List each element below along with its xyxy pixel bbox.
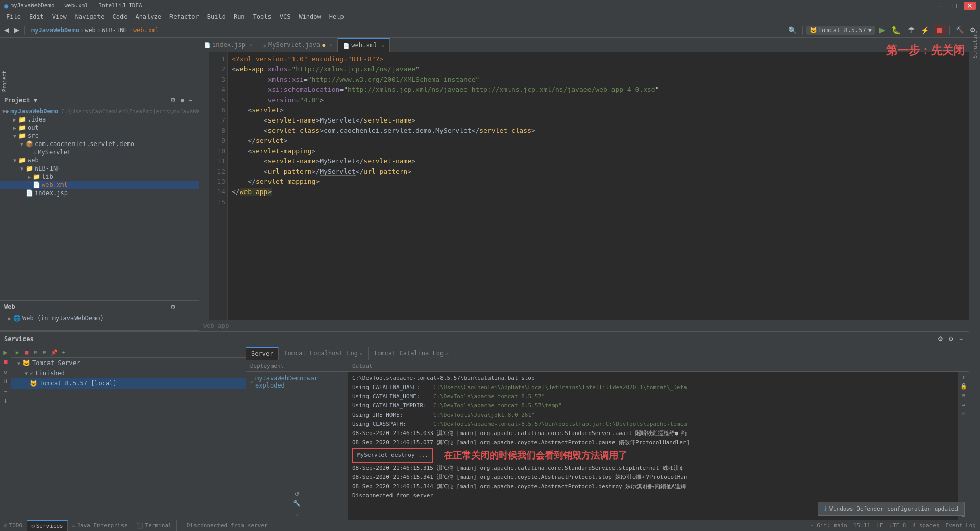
menu-view[interactable]: View [48,12,71,21]
svc-play-btn[interactable]: ▶ [2,348,10,356]
svc-tree-tomcat857[interactable]: 🐱 Tomcat 8.5.57 [local] [11,378,246,389]
breadcrumb-webxml[interactable]: web.xml [133,27,159,34]
svc-tree-group[interactable]: ⊞ [41,348,49,356]
web-minimize-btn[interactable]: − [187,303,194,311]
close-localhost-log[interactable]: ✕ [360,351,363,356]
print-btn[interactable]: 🖨 [960,409,968,418]
close-tab-indexjsp[interactable]: ✕ [250,42,253,48]
tab-server[interactable]: Server [246,347,279,360]
menu-edit[interactable]: Edit [25,12,48,21]
build-button[interactable]: 🔨 [953,25,966,35]
svc-step-btn[interactable]: → [2,387,10,395]
tree-item-idea[interactable]: ▶ 📁 .idea [0,115,199,124]
project-layout-btn[interactable]: ≡ [179,95,186,104]
svc-tree-add[interactable]: + [59,348,67,356]
code-area[interactable]: <?xml version="1.0" encoding="UTF-8"?> <… [228,52,980,320]
svc-tree-finished[interactable]: ▼ ✓ Finished [11,368,246,378]
deploy-update-btn[interactable]: ↺ [293,489,301,497]
project-tab-vertical[interactable]: Project [1,68,8,94]
breadcrumb-project[interactable]: myJavaWebDemo [31,27,79,34]
menu-code[interactable]: Code [109,12,132,21]
project-collapse-btn[interactable]: − [187,95,194,104]
run-button[interactable]: ▶ [877,24,887,36]
tab-myservlet[interactable]: ☕ MyServlet.java ● ✕ [258,38,338,52]
svc-tree-pin[interactable]: 📌 [50,348,58,356]
output-content[interactable]: C:\DevTools\apache-tomcat-8.5.57\bin\cat… [348,372,958,520]
bottom-tab-javaee[interactable]: ☕ Java Enterprise [68,520,132,532]
deploy-scroll-btn[interactable]: ↓ [293,510,301,518]
tree-item-package[interactable]: ▼ 📦 com.caochenlei.servlet.demo [0,140,199,148]
debug-button[interactable]: 🐛 [889,24,903,36]
tree-item-lib[interactable]: ▶ 📁 lib [0,173,199,181]
svc-add-btn[interactable]: + [2,397,10,405]
search-everywhere-button[interactable]: 🔍 [786,25,799,35]
menu-run[interactable]: Run [230,12,249,21]
event-log[interactable]: Event Log [945,522,976,529]
close-tab-webxml[interactable]: ✕ [381,43,384,49]
services-settings-btn[interactable]: ⚙ [936,334,945,344]
menu-window[interactable]: Window [295,12,325,21]
back-button[interactable]: ◀ [2,25,11,35]
svc-tree-tomcat-server[interactable]: ▼ 🐱 Tomcat Server [11,358,246,368]
close-catalina-log[interactable]: ✕ [446,351,449,356]
bottom-tab-todo[interactable]: ☑ TODO [0,520,27,532]
close-tab-myservlet[interactable]: ✕ [329,42,332,48]
menu-build[interactable]: Build [203,12,230,21]
menu-file[interactable]: File [2,12,25,21]
status-indent[interactable]: 4 spaces [912,522,939,529]
profile-button[interactable]: ⚡ [919,25,932,35]
close-button[interactable]: ✕ [964,2,976,10]
deploy-fix-btn[interactable]: 🔧 [293,499,301,508]
status-encoding[interactable]: UTF-8 [889,522,906,529]
maximize-button[interactable]: □ [949,2,960,10]
forward-button[interactable]: ▶ [12,25,21,35]
svc-tree-stop[interactable]: ■ [22,348,31,356]
stop-button[interactable]: ⏹ [934,25,946,36]
tab-localhost-log[interactable]: Tomcat Localhost Log ✕ [279,347,369,360]
svc-tree-filter[interactable]: ⊟ [32,348,40,356]
tree-item-web[interactable]: ▼ 📁 web [0,156,199,164]
tomcat-config-dropdown[interactable]: ▼ [868,27,872,34]
breadcrumb-webinf[interactable]: WEB-INF [102,27,128,34]
web-tree-item[interactable]: ▶ 🌐 Web (in myJavaWebDemo) [4,314,194,322]
menu-tools[interactable]: Tools [249,12,276,21]
tree-item-indexjsp[interactable]: 📄 index.jsp [0,189,199,197]
tree-item-src[interactable]: ▼ 📁 src [0,132,199,140]
deployment-war[interactable]: ✓ myJavaWebDemo:war exploded [248,374,346,390]
menu-refactor[interactable]: Refactor [165,12,203,21]
svc-tree-play[interactable]: ▶ [13,348,21,356]
tab-webxml[interactable]: 📄 web.xml ✕ [338,38,390,52]
tree-item-webxml[interactable]: 📄 web.xml [0,181,199,189]
coverage-button[interactable]: ☂ [905,24,917,36]
filter-output-btn[interactable]: ⊟ [960,391,968,399]
soft-wrap-btn[interactable]: ↵ [960,400,968,408]
web-settings-btn[interactable]: ⚙ [168,303,178,311]
svc-suspend-btn[interactable]: ⏸ [2,377,10,385]
tab-indexjsp[interactable]: 📄 index.jsp ✕ [199,38,258,52]
scroll-lock-btn[interactable]: 🔒 [960,382,968,390]
tree-item-webinf[interactable]: ▼ 📁 WEB-INF [0,164,199,173]
minimize-button[interactable]: ─ [934,2,945,10]
services-gear-btn[interactable]: ⚙ [946,334,956,344]
status-lf[interactable]: LF [876,522,883,529]
services-header: Services ⚙ ⚙ − [0,332,969,346]
tree-item-myservlet[interactable]: ☕ MyServlet [0,148,199,156]
breadcrumb-web[interactable]: web [85,27,96,34]
services-close-btn[interactable]: − [957,334,965,344]
menu-analyze[interactable]: Analyze [131,12,165,21]
git-status[interactable]: ⑂ Git: main [810,522,847,529]
bottom-tab-services[interactable]: ⚙ Services [27,520,68,532]
right-panel-structure[interactable]: Structure [970,40,979,49]
tree-item-myjavaweb[interactable]: ▼ ◆ myJavaWebDemo C:\Users\CaoChenLei\Id… [0,107,199,115]
bottom-tab-terminal[interactable]: ⬛ Terminal [132,520,177,532]
project-settings-btn[interactable]: ⚙ [168,95,178,104]
svc-stop-btn[interactable]: ⏹ [2,358,10,366]
tab-catalina-log[interactable]: Tomcat Catalina Log ✕ [369,347,454,360]
menu-navigate[interactable]: Navigate [71,12,109,21]
scroll-up-btn[interactable]: ↑ [960,373,968,381]
menu-help[interactable]: Help [325,12,348,21]
tree-item-out[interactable]: ▶ 📁 out [0,124,199,132]
svc-rerun-btn[interactable]: ↺ [2,368,10,376]
menu-vcs[interactable]: VCS [276,12,295,21]
web-layout-btn[interactable]: ≡ [179,303,186,311]
